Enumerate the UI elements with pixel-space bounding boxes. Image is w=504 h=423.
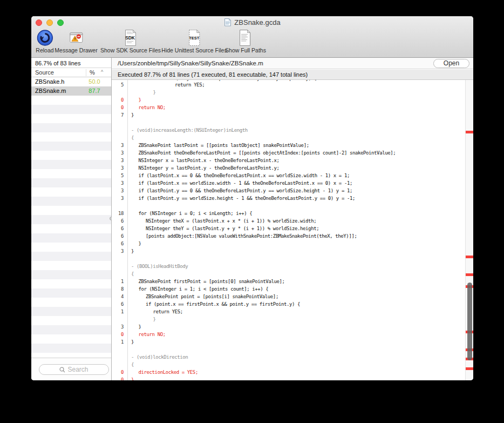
code-text: { (131, 361, 134, 368)
file-coverage-percent: 50.0 (85, 78, 104, 85)
scrollbar-thumb[interactable] (467, 283, 472, 360)
execution-count: 7 (121, 111, 124, 119)
svg-text:TEST: TEST (189, 35, 200, 40)
file-name: ZBSnake.m (35, 88, 66, 94)
execution-count: 3 (121, 164, 124, 172)
code-line: 0return NO; (112, 331, 465, 338)
code-line: 6[points addObject:[NSValue valueWithSna… (112, 232, 465, 240)
search-placeholder: Search (67, 366, 88, 373)
file-row[interactable]: ZBSnake.m87.7 (31, 86, 111, 96)
title-bar: ZBSnake.gcda (31, 18, 473, 27)
execution-count: 1 (121, 278, 124, 285)
code-text: ZBSnakePoint firstPoint = [points[0] sna… (139, 278, 285, 285)
code-line: 3} (112, 247, 465, 255)
sort-indicator-icon: ^ (101, 69, 103, 75)
toolbar-label: Show Full Paths (225, 47, 266, 53)
code-text: if (lastPoint.y == worldSize.height - 1 … (139, 194, 355, 202)
code-line: } (112, 315, 465, 323)
search-icon (59, 367, 65, 373)
code-line: 0directionLocked = YES; (112, 368, 465, 376)
execution-count: 3 (121, 194, 124, 202)
code-line: 0} (112, 96, 465, 104)
search-panel: Search (31, 358, 111, 380)
search-input[interactable]: Search (39, 364, 109, 375)
code-line (112, 119, 465, 126)
code-text: } (131, 376, 134, 380)
code-line: } (112, 89, 465, 96)
code-line: 3if (lastPoint.y == 0 && theOneBeforeLas… (112, 187, 465, 194)
toolbar-item-hide-unittest-source-files[interactable]: TEST Hide Unittest Source Files (161, 29, 227, 53)
column-header-source[interactable]: Source (35, 69, 54, 76)
open-button[interactable]: Open (433, 59, 469, 68)
toolbar-item-reload[interactable]: Reload (36, 29, 53, 53)
code-line: 5return YES; (112, 81, 465, 89)
code-line (112, 202, 465, 210)
code-line: - (BOOL)isHeadHitBody (112, 263, 465, 270)
code-line: { (112, 134, 465, 142)
code-line: 6} (112, 240, 465, 247)
scrollbar-track[interactable] (465, 80, 473, 380)
code-text: return YES; (175, 81, 205, 89)
message-drawer-icon (55, 29, 97, 46)
code-line: 3} (112, 323, 465, 331)
code-text: for (NSInteger i = 0; i < inLength; i++)… (139, 210, 253, 217)
code-text: if (point.x == firstPoint.x && point.y =… (146, 300, 300, 308)
execution-count: 0 (121, 368, 124, 376)
execution-count: 0 (121, 104, 124, 111)
code-text: } (139, 323, 141, 331)
uncovered-line-marker (466, 273, 473, 276)
toolbar-item-show-sdk-source-files[interactable]: SDK Show SDK Source Files (100, 29, 161, 53)
code-line: 3NSInteger x = lastPoint.x - theOneBefor… (112, 157, 465, 164)
code-line: 8for (NSInteger i = 1; i < [points count… (112, 285, 465, 293)
coverage-status-text: Executed 87.7% of 81 lines (71 executed,… (118, 71, 308, 78)
code-text: } (139, 240, 141, 247)
code-line: 4ZBSnakePoint point = [points[i] snakePo… (112, 293, 465, 300)
toolbar-item-show-full-paths[interactable]: Show Full Paths (225, 29, 266, 53)
app-window: ZBSnake.gcda Reload (31, 16, 473, 380)
execution-count: 3 (121, 179, 124, 187)
execution-count: 0 (121, 376, 124, 380)
code-line: 0return NO; (112, 104, 465, 111)
column-header-percent[interactable]: % (90, 69, 95, 76)
execution-count: 8 (121, 285, 124, 293)
execution-count: 1 (121, 308, 124, 315)
execution-count: 6 (121, 217, 124, 225)
execution-count: 6 (121, 300, 124, 308)
uncovered-line-marker (466, 367, 473, 370)
code-text: ZBSnakePoint lastPoint = [[points lastOb… (139, 142, 309, 149)
code-text: if (lastPoint.x == 0 && theOneBeforeLast… (139, 172, 350, 179)
execution-count: 5 (121, 81, 124, 89)
sidebar-column-header: Source % ^ (31, 68, 111, 77)
code-view[interactable]: if (bodyPoint.x == point.x && bodyPoint.… (112, 80, 465, 380)
execution-count: 4 (121, 293, 124, 300)
execution-count: 3 (121, 323, 124, 331)
code-text: if (lastPoint.x == worldSize.width - 1 &… (139, 179, 352, 187)
code-text: [points addObject:[NSValue valueWithSnak… (146, 232, 357, 240)
code-line: 6NSInteger theX = (lastPoint.x + x * (i … (112, 217, 465, 225)
code-text: { (131, 270, 134, 278)
code-line: 7} (112, 111, 465, 119)
code-line: 3NSInteger y = lastPoint.y - theOneBefor… (112, 164, 465, 172)
code-line: 3ZBSnakePoint theOneBeforeLastPoint = [[… (112, 149, 465, 157)
document-proxy-icon (224, 18, 231, 26)
execution-count: 3 (121, 247, 124, 255)
execution-count: 0 (121, 331, 124, 338)
code-text: if (lastPoint.y == 0 && theOneBeforeLast… (139, 187, 352, 194)
toolbar-label: Message Drawer (55, 47, 97, 53)
toolbar-item-message-drawer[interactable]: Message Drawer (55, 29, 97, 53)
code-text: - (void)lockDirection (131, 353, 188, 361)
execution-count: 5 (121, 172, 124, 179)
code-text: } (131, 247, 134, 255)
code-line: 6NSInteger theY = (lastPoint.y + y * (i … (112, 225, 465, 232)
execution-count: 3 (121, 142, 124, 149)
code-text: ZBSnakePoint theOneBeforeLastPoint = [[p… (139, 149, 396, 157)
execution-count: 3 (121, 149, 124, 157)
file-row[interactable]: ZBSnake.h50.0 (31, 77, 111, 86)
code-text: - (void)increaseLength:(NSUInteger)inLen… (131, 126, 248, 134)
column-divider (86, 69, 86, 76)
path-bar: /Users/zonble/tmp/SillySnake/SillySnake/… (112, 58, 473, 69)
execution-count: 1 (121, 338, 124, 346)
code-line: 5if (lastPoint.x == 0 && theOneBeforeLas… (112, 172, 465, 179)
code-line: 1ZBSnakePoint firstPoint = [points[0] sn… (112, 278, 465, 285)
code-line: 3if (lastPoint.y == worldSize.height - 1… (112, 194, 465, 202)
